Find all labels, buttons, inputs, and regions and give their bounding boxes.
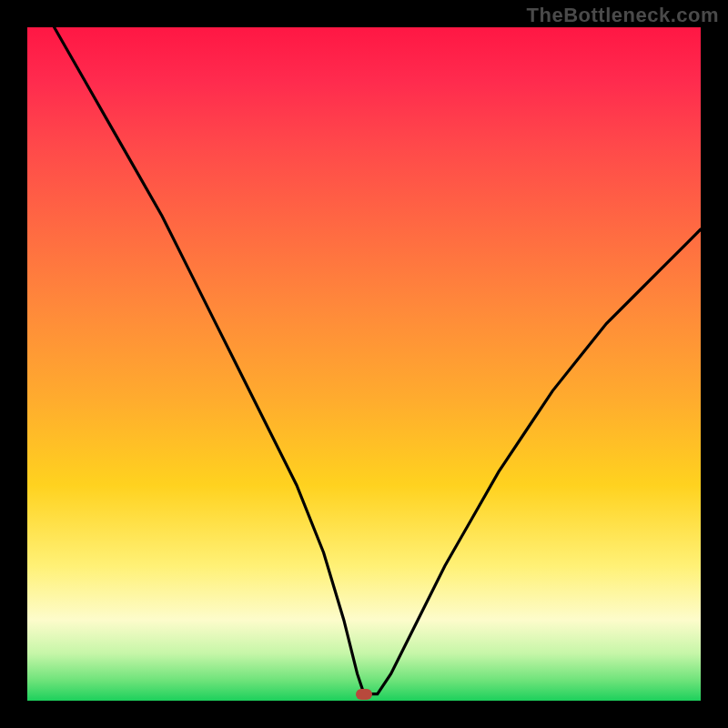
- curve-path: [55, 27, 701, 694]
- watermark-text: TheBottleneck.com: [527, 4, 719, 27]
- optimal-point-marker: [356, 689, 372, 700]
- bottleneck-curve: [27, 27, 701, 701]
- plot-area: [27, 27, 701, 701]
- chart-frame: TheBottleneck.com: [0, 0, 728, 728]
